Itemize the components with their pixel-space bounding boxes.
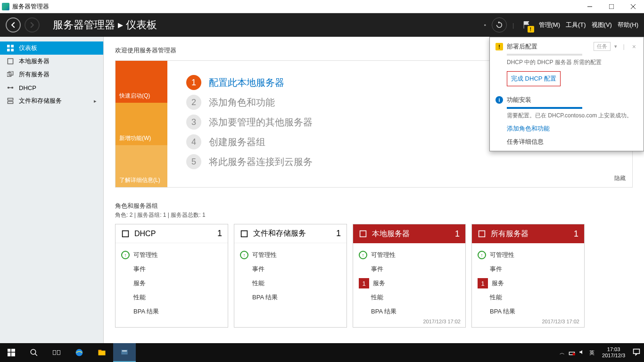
role-tile[interactable]: 文件和存储服务1↑可管理性事件性能BPA 结果 — [234, 224, 347, 328]
ok-icon: ↑ — [478, 251, 486, 259]
menu-help[interactable]: 帮助(H) — [618, 21, 638, 29]
step-number-badge: 5 — [186, 154, 201, 169]
svg-rect-17 — [241, 230, 248, 237]
tile-title: 所有服务器 — [491, 229, 569, 239]
tray-network-icon[interactable] — [569, 349, 575, 356]
refresh-button[interactable] — [492, 17, 507, 33]
tile-icon — [240, 230, 248, 238]
clock[interactable]: 17:03 2017/12/3 — [598, 346, 629, 359]
add-roles-link[interactable]: 添加角色和功能 — [507, 124, 638, 133]
ime-indicator[interactable]: 英 — [589, 349, 594, 356]
start-button[interactable] — [0, 343, 23, 362]
tile-row-bpa[interactable]: BPA 结果 — [121, 304, 222, 319]
taskbar-ie-icon[interactable] — [68, 343, 91, 362]
role-tile[interactable]: 本地服务器1↑可管理性事件1服务性能BPA 结果2017/12/3 17:02 — [353, 224, 466, 328]
sidebar-item-dashboard[interactable]: 仪表板 — [0, 41, 103, 55]
search-button[interactable] — [23, 343, 45, 362]
server-icon — [7, 58, 14, 65]
taskbar: ︿ 英 17:03 2017/12/3 — [0, 343, 644, 362]
tile-row-manageability[interactable]: ↑可管理性 — [478, 248, 578, 262]
tile-row-events[interactable]: 事件 — [121, 262, 222, 276]
breadcrumb: 服务器管理器 ▸ 仪表板 — [53, 18, 157, 32]
step-number-badge: 1 — [186, 75, 201, 90]
welcome-tab-quickstart[interactable]: 快速启动(Q) — [116, 61, 167, 103]
tile-title: 文件和存储服务 — [253, 229, 331, 239]
welcome-step-5[interactable]: 5将此服务器连接到云服务 — [186, 154, 613, 169]
nav-forward-button[interactable] — [25, 17, 40, 33]
tile-title: 本地服务器 — [372, 229, 450, 239]
sidebar-item-dhcp[interactable]: DHCP — [0, 81, 103, 94]
task-view-button[interactable] — [45, 343, 68, 362]
sidebar-item-local-server[interactable]: 本地服务器 — [0, 55, 103, 68]
tile-row-manageability[interactable]: ↑可管理性 — [240, 248, 341, 262]
tray-volume-icon[interactable] — [579, 349, 586, 356]
svg-rect-20 — [8, 349, 10, 352]
svg-rect-31 — [121, 350, 127, 354]
menu-tools[interactable]: 工具(T) — [566, 21, 586, 29]
minimize-button[interactable] — [579, 0, 601, 13]
menu-view[interactable]: 视图(V) — [592, 21, 612, 29]
maximize-button[interactable] — [601, 0, 622, 13]
tile-row-performance[interactable]: 性能 — [478, 290, 578, 304]
tile-header: 文件和存储服务1 — [234, 224, 347, 243]
nav-back-button[interactable] — [6, 17, 21, 33]
role-tile[interactable]: DHCP1↑可管理性事件服务性能BPA 结果 — [115, 224, 228, 328]
close-button[interactable] — [622, 0, 644, 13]
tile-header: 本地服务器1 — [353, 224, 465, 243]
role-tile[interactable]: 所有服务器1↑可管理性事件1服务性能BPA 结果2017/12/3 17:02 — [471, 224, 585, 328]
svg-rect-26 — [53, 351, 56, 355]
clock-time: 17:03 — [602, 346, 625, 353]
breadcrumb-root[interactable]: 服务器管理器 — [53, 18, 115, 32]
notifications-flag-icon[interactable]: ! — [520, 18, 533, 32]
tray-chevron-icon[interactable]: ︿ — [560, 349, 565, 356]
groups-subtitle: 角色: 2 | 服务器组: 1 | 服务器总数: 1 — [115, 211, 633, 219]
svg-rect-1 — [609, 4, 614, 9]
tile-row-bpa[interactable]: BPA 结果 — [359, 304, 460, 319]
tile-row-performance[interactable]: 性能 — [240, 276, 341, 290]
welcome-tab-whatsnew[interactable]: 新增功能(W) — [116, 103, 167, 145]
tasks-dropdown[interactable]: 任务 — [594, 42, 611, 51]
tile-row-events[interactable]: 事件 — [359, 262, 460, 276]
tile-row-events[interactable]: 事件 — [240, 262, 341, 276]
notification-desc: DHCP 中的 DHCP 服务器 所需的配置 — [507, 58, 638, 66]
step-label: 创建服务器组 — [209, 136, 265, 148]
sidebar-item-all-servers[interactable]: 所有服务器 — [0, 68, 103, 81]
svg-rect-18 — [360, 231, 366, 237]
action-center-icon[interactable] — [633, 348, 640, 357]
svg-rect-16 — [123, 230, 129, 237]
tile-icon — [121, 230, 130, 238]
tile-row-events[interactable]: 事件 — [478, 262, 578, 276]
tile-row-services[interactable]: 服务 — [121, 276, 222, 290]
complete-dhcp-config-link[interactable]: 完成 DHCP 配置 — [507, 71, 561, 86]
notification-close-icon[interactable]: × — [630, 43, 638, 50]
notification-title: 部署后配置 — [507, 42, 590, 51]
tile-row-performance[interactable]: 性能 — [359, 290, 460, 304]
header-dropdown-icon[interactable]: • — [484, 22, 487, 29]
tile-row-bpa[interactable]: BPA 结果 — [478, 304, 578, 319]
tile-row-manageability[interactable]: ↑可管理性 — [359, 248, 460, 262]
welcome-tab-learnmore[interactable]: 了解详细信息(L) — [116, 145, 167, 187]
task-details-link[interactable]: 任务详细信息 — [507, 138, 638, 146]
tile-count: 1 — [217, 229, 222, 239]
tile-row-performance[interactable]: 性能 — [121, 290, 222, 304]
dhcp-icon — [7, 84, 14, 91]
hide-link[interactable]: 隐藏 — [614, 174, 626, 182]
svg-rect-5 — [11, 45, 14, 48]
taskbar-explorer-icon[interactable] — [91, 343, 113, 362]
notification-popup: ! 部署后配置 任务 ▾ | × DHCP 中的 DHCP 服务器 所需的配置 … — [489, 37, 644, 151]
taskbar-server-manager-icon[interactable] — [113, 343, 136, 362]
tile-row-bpa[interactable]: BPA 结果 — [240, 290, 341, 304]
tile-row-manageability[interactable]: ↑可管理性 — [121, 248, 222, 262]
groups-heading: 角色和服务器组 — [115, 202, 633, 210]
tile-row-services[interactable]: 1服务 — [478, 276, 578, 290]
svg-rect-22 — [8, 353, 10, 356]
menu-manage[interactable]: 管理(M) — [539, 21, 561, 29]
breadcrumb-page[interactable]: 仪表板 — [126, 18, 157, 32]
svg-rect-7 — [11, 49, 14, 51]
ok-icon: ↑ — [121, 251, 130, 259]
step-number-badge: 3 — [186, 115, 201, 130]
tile-header: DHCP1 — [116, 224, 228, 243]
tile-row-services[interactable]: 1服务 — [359, 276, 460, 290]
sidebar-item-storage[interactable]: 文件和存储服务 — [0, 94, 103, 107]
dashboard-icon — [7, 44, 14, 52]
